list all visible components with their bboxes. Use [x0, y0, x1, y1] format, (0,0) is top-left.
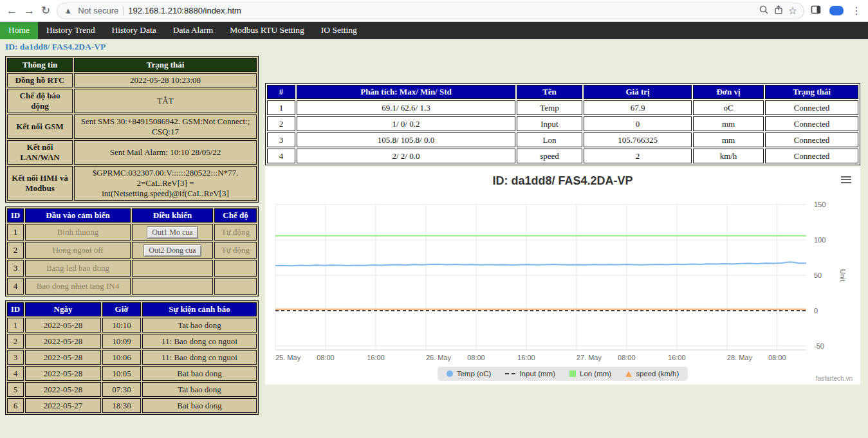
- io-mode: Tự động: [214, 242, 257, 259]
- x-axis-label: 28. May: [727, 354, 753, 361]
- event-time: 18:30: [102, 398, 141, 413]
- nav-item-history-data[interactable]: History Data: [103, 22, 164, 39]
- info-table: Thông tinTrạng tháiĐồng hồ RTC2022-05-28…: [5, 56, 259, 203]
- right-column: #Phân tích: Max/ Min/ StdTênGiá trịĐơn v…: [265, 56, 863, 415]
- event-time: 10:09: [102, 334, 141, 349]
- nav-item-history-trend[interactable]: History Trend: [38, 22, 103, 39]
- x-axis-label: 08:00: [768, 354, 786, 361]
- analysis-table: #Phân tích: Max/ Min/ StdTênGiá trịĐơn v…: [265, 83, 860, 165]
- io-mode: Tự động: [214, 224, 257, 241]
- x-axis-label: 27. May: [577, 354, 602, 361]
- side-panel-icon[interactable]: [811, 5, 822, 17]
- forward-icon[interactable]: →: [24, 5, 35, 16]
- event-date: 2022-05-28: [25, 382, 101, 397]
- event-description: 11: Bao dong co nguoi: [142, 334, 257, 349]
- share-icon[interactable]: [773, 5, 784, 17]
- io-table: IDĐầu vào cảm biếnĐiều khiểnChế độ1Binh …: [5, 206, 259, 297]
- event-description: Bat bao dong: [142, 366, 257, 381]
- profile-icon[interactable]: [829, 6, 844, 15]
- url-divider: [123, 6, 124, 15]
- left-column: Thông tinTrạng tháiĐồng hồ RTC2022-05-28…: [5, 56, 259, 415]
- event-description: 11: Bao dong co nguoi: [142, 350, 257, 365]
- analysis-stats: 2/ 2/ 0.0: [297, 149, 515, 163]
- device-id-heading: ID: da1dd8/ FAS4.2DA-VP: [0, 39, 868, 53]
- x-axis-label: 26. May: [426, 354, 452, 361]
- event-time: 10:10: [102, 318, 141, 333]
- main-content: Thông tinTrạng tháiĐồng hồ RTC2022-05-28…: [0, 53, 868, 415]
- event-date: 2022-05-28: [25, 334, 101, 349]
- square-marker-icon: [569, 370, 576, 377]
- io-header-3: Chế độ: [214, 208, 257, 223]
- io-control-cell: [132, 260, 213, 277]
- analysis-stats: 105.8/ 105.8/ 0.0: [297, 132, 515, 147]
- chart-container: ID: da1dd8/ FAS4.2DA-VP -5005010015025. …: [265, 167, 860, 385]
- triangle-marker-icon: [625, 371, 632, 377]
- dash-marker-icon: [505, 373, 515, 374]
- not-secure-warning-icon[interactable]: ▲!: [64, 6, 73, 15]
- analysis-status: Connected: [765, 100, 858, 115]
- legend-label: Lon (mm): [580, 370, 611, 378]
- zoom-icon[interactable]: [759, 5, 769, 17]
- legend-item-temp-oc-[interactable]: Temp (oC): [447, 370, 492, 378]
- legend-item-lon-mm-[interactable]: Lon (mm): [569, 370, 611, 378]
- back-icon[interactable]: ←: [6, 5, 17, 16]
- y-axis-label: 150: [814, 201, 826, 208]
- info-row-value: Sent SMS 30:+84915086942. GSM:Not Connec…: [74, 114, 257, 139]
- chart-title: ID: da1dd8/ FAS4.2DA-VP: [265, 172, 860, 194]
- nav-item-home[interactable]: Home: [0, 22, 38, 39]
- chart-menu-icon[interactable]: [841, 174, 851, 185]
- io-control-cell: Out1 Mo cua: [132, 224, 213, 241]
- event-header-2: Giờ: [102, 302, 141, 316]
- info-row-value: Sent Mail Alarm: 10:10 28/05/22: [74, 140, 257, 165]
- io-mode: [214, 260, 257, 277]
- x-axis-label: 08:00: [317, 354, 335, 361]
- not-secure-label: Not secure: [78, 6, 118, 15]
- event-description: Tat bao dong: [142, 382, 257, 397]
- io-control-cell: [132, 278, 213, 295]
- io-sensor-state: Bao dong nhiet tang IN4: [25, 278, 131, 295]
- nav-item-modbus-rtu-setting[interactable]: Modbus RTU Setting: [221, 22, 312, 39]
- reload-icon[interactable]: ↻: [41, 5, 50, 16]
- info-row-value: TẮT: [74, 89, 257, 113]
- analysis-stats: 1/ 0/ 0.2: [297, 116, 515, 131]
- analysis-value: 67.9: [584, 100, 692, 115]
- io-header-1: Đầu vào cảm biến: [25, 208, 131, 223]
- event-header-3: Sự kiện cảnh báo: [142, 302, 257, 316]
- analysis-unit: mm: [693, 132, 764, 147]
- nav-item-io-setting[interactable]: IO Setting: [313, 22, 365, 39]
- event-date: 2022-05-28: [25, 350, 101, 365]
- x-axis-label: 25. May: [275, 354, 301, 361]
- legend-item-speed-km-h-[interactable]: speed (km/h): [625, 370, 679, 378]
- info-row-label: Chế độ báo động: [7, 89, 73, 113]
- browser-right-icons: ⋮: [811, 5, 862, 17]
- event-header-1: Ngày: [25, 302, 101, 316]
- analysis-status: Connected: [765, 149, 858, 163]
- io-control-button[interactable]: Out1 Mo cua: [147, 226, 198, 239]
- browser-menu-icon[interactable]: ⋮: [851, 5, 862, 17]
- legend-label: Input (mm): [519, 370, 555, 378]
- io-header-2: Điều khiển: [132, 208, 213, 223]
- analysis-value: 105.766325: [584, 132, 692, 147]
- analysis-unit: oC: [693, 100, 764, 115]
- x-axis-label: 16:00: [517, 354, 535, 361]
- io-row-id: 1: [7, 224, 24, 241]
- y-axis-label: 100: [814, 236, 826, 244]
- bookmark-star-icon[interactable]: ☆: [788, 5, 797, 17]
- series-temp-oc-: [275, 262, 806, 266]
- nav-item-data-alarm[interactable]: Data Alarm: [165, 22, 222, 39]
- analysis-header-1: Phân tích: Max/ Min/ Std: [297, 85, 515, 99]
- analysis-value: 0: [584, 116, 692, 131]
- analysis-row-num: 2: [267, 116, 295, 131]
- legend-item-input-mm-[interactable]: Input (mm): [505, 370, 555, 378]
- analysis-header-2: Tên: [517, 85, 582, 99]
- legend-label: Temp (oC): [457, 370, 492, 378]
- event-table: IDNgàyGiờSự kiện cảnh báo12022-05-2810:1…: [5, 300, 259, 415]
- io-control-button[interactable]: Out2 Dong cua: [143, 244, 201, 257]
- event-header-0: ID: [7, 302, 24, 316]
- event-row-id: 1: [7, 318, 24, 333]
- legend-box: Temp (oC)Input (mm)Lon (mm)speed (km/h): [438, 367, 688, 381]
- event-row-id: 5: [7, 382, 24, 397]
- address-bar[interactable]: ▲! Not secure 192.168.1.210:8880/index.h…: [57, 3, 804, 19]
- analysis-header-4: Đơn vị: [693, 85, 764, 99]
- event-description: Tat bao dong: [142, 318, 257, 333]
